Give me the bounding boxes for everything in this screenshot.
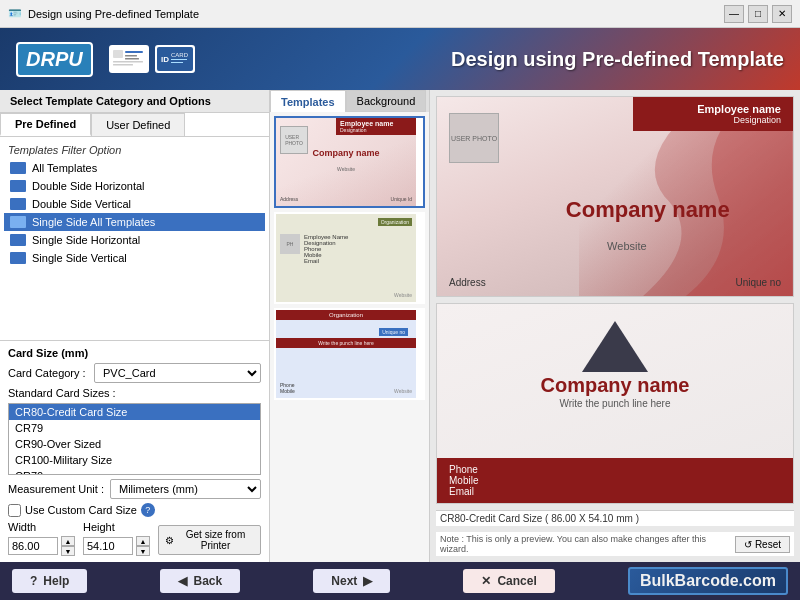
custom-size-label: Use Custom Card Size [25,504,137,516]
get-size-button[interactable]: ⚙ Get size from Printer [158,525,261,555]
category-single-side-all[interactable]: Single Side All Templates [4,213,265,231]
template-thumb-1[interactable]: USERPHOTO Employee name Designation Comp… [274,116,425,208]
card-size-title: Card Size (mm) [8,347,261,359]
size-cr100[interactable]: CR100-Military Size [9,452,260,468]
card-back-background: Company name Write the punch line here P… [437,304,793,503]
employee-name: Employee name [645,103,781,115]
main-tabs: Pre Defined User Defined [0,113,269,137]
header: DRPU ID CARD Design using Pre-defined [0,28,800,90]
width-up-button[interactable]: ▲ [61,536,75,546]
height-group: Height ▲ ▼ [83,521,150,556]
category-single-side-vertical[interactable]: Single Side Vertical [4,249,265,267]
unique-no-front: Unique no [735,277,781,288]
reset-button[interactable]: ↺ Reset [735,536,790,553]
svg-marker-12 [582,321,648,372]
cat-icon [10,162,26,174]
app-icon: 🪪 [8,7,22,20]
svg-rect-4 [125,58,139,60]
minimize-button[interactable]: — [724,5,744,23]
title-bar-text: Design using Pre-defined Template [28,8,199,20]
brand-logo: BulkBarcode.com [628,567,788,595]
card-category-select[interactable]: PVC_Card [94,363,261,383]
svg-text:CARD: CARD [171,52,189,58]
company-name-back: Company name [541,374,690,397]
preview-note-text: Note : This is only a preview. You can a… [440,534,735,554]
maximize-button[interactable]: □ [748,5,768,23]
size-cr70[interactable]: CR70 [9,468,260,475]
tab-background[interactable]: Background [346,90,427,112]
front-card-preview: Employee name Designation USER PHOTO Com… [436,96,794,297]
address-front: Address [449,277,486,288]
help-label: Help [43,574,69,588]
cat-icon [10,198,26,210]
custom-size-row: Use Custom Card Size ? [8,503,261,517]
category-section: Templates Filter Option All Templates Do… [0,137,269,340]
id-card-icon-1 [109,45,149,73]
middle-panel: Templates Background USERPHOTO Employee … [270,90,430,562]
category-double-side-horizontal[interactable]: Double Side Horizontal [4,177,265,195]
custom-size-checkbox[interactable] [8,504,21,517]
preview-size-info: CR80-Credit Card Size ( 86.00 X 54.10 mm… [436,510,794,526]
size-cr80[interactable]: CR80-Credit Card Size [9,404,260,420]
back-card-preview: Company name Write the punch line here P… [436,303,794,504]
title-bar: 🪪 Design using Pre-defined Template — □ … [0,0,800,28]
cat-icon [10,216,26,228]
template-preview-2: Organization PH Employee NameDesignation… [276,214,416,302]
designation: Designation [645,115,781,125]
cat-icon [10,252,26,264]
cat-icon [10,180,26,192]
height-label: Height [83,521,150,533]
category-all-templates[interactable]: All Templates [4,159,265,177]
help-icon: ? [30,574,37,588]
width-input[interactable] [8,537,58,555]
printer-icon: ⚙ [165,535,174,546]
tab-templates[interactable]: Templates [270,90,346,112]
sizes-list[interactable]: CR80-Credit Card Size CR79 CR90-Over Siz… [8,403,261,475]
next-label: Next [331,574,357,588]
cancel-button[interactable]: ✕ Cancel [463,569,554,593]
template-thumb-2[interactable]: Organization PH Employee NameDesignation… [274,212,425,304]
close-button[interactable]: ✕ [772,5,792,23]
template-thumb-3[interactable]: Organization Unique no Write the punch l… [274,308,425,400]
reset-label: Reset [755,539,781,550]
tab-predefined[interactable]: Pre Defined [0,113,91,136]
email-back: Email [449,486,781,497]
category-single-side-horizontal[interactable]: Single Side Horizontal [4,231,265,249]
right-panel: Employee name Designation USER PHOTO Com… [430,90,800,562]
help-button[interactable]: ? Help [12,569,87,593]
mc-company: Company name [312,148,379,158]
reset-icon: ↺ [744,539,752,550]
standard-sizes-label: Standard Card Sizes : [8,387,116,399]
height-up-button[interactable]: ▲ [136,536,150,546]
size-cr90[interactable]: CR90-Over Sized [9,436,260,452]
tagline-back: Write the punch line here [560,398,671,409]
tab-userdefined[interactable]: User Defined [91,113,185,136]
template-tabs: Templates Background [270,90,429,112]
next-button[interactable]: Next ▶ [313,569,390,593]
measurement-select[interactable]: Milimeters (mm) [110,479,261,499]
svg-rect-3 [125,55,137,57]
help-icon[interactable]: ? [141,503,155,517]
svg-rect-2 [125,51,143,53]
mc-header-1: Employee name Designation [336,118,416,135]
mobile-back: Mobile [449,475,781,486]
standard-sizes-label-row: Standard Card Sizes : [8,387,261,399]
measurement-label: Measurement Unit : [8,483,104,495]
height-input[interactable] [83,537,133,555]
height-spinner[interactable]: ▲ ▼ [136,536,150,556]
svg-rect-5 [113,61,143,63]
card-front-background: Employee name Designation USER PHOTO Com… [437,97,793,296]
size-cr79[interactable]: CR79 [9,420,260,436]
brand-name: BulkBarcode.com [640,572,776,589]
back-button[interactable]: ◀ Back [160,569,240,593]
phone-back: Phone [449,464,781,475]
width-down-button[interactable]: ▼ [61,546,75,556]
info-bar-back: Phone Mobile Email [437,458,793,503]
template-preview-1: USERPHOTO Employee name Designation Comp… [276,118,416,206]
templates-scroll: USERPHOTO Employee name Designation Comp… [270,112,429,562]
height-down-button[interactable]: ▼ [136,546,150,556]
card-category-label: Card Category : [8,367,88,379]
category-double-side-vertical[interactable]: Double Side Vertical [4,195,265,213]
window-controls[interactable]: — □ ✕ [724,5,792,23]
width-spinner[interactable]: ▲ ▼ [61,536,75,556]
